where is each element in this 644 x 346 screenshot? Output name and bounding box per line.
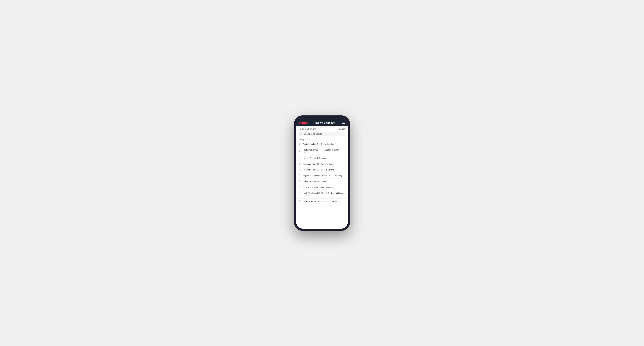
search-bar	[298, 132, 346, 136]
nav-bar: clippd Recent Searches	[296, 120, 348, 126]
course-name: Brent Valley Municipal GC, London	[303, 186, 332, 188]
location-pin-icon	[298, 163, 301, 165]
svg-line-1	[302, 134, 302, 135]
list-item[interactable]: Richmond Park GC - Prince's, Surrey	[296, 161, 348, 167]
list-item[interactable]: Richmond Park GC - Duke's, London	[296, 167, 348, 173]
menu-icon[interactable]	[342, 122, 345, 124]
phone-screen: clippd Recent Searches Find a Golf Cours…	[296, 118, 348, 229]
location-pin-icon	[298, 174, 301, 177]
home-indicator	[296, 225, 348, 229]
location-pin-icon	[298, 200, 301, 203]
search-icon	[300, 133, 303, 135]
course-name: Royal Wimbledon GC, Great London Authori…	[303, 174, 342, 177]
svg-point-2	[300, 143, 300, 144]
main-content: Find a Golf Course Cancel Nearby courses	[296, 126, 348, 225]
svg-point-9	[300, 187, 300, 187]
svg-point-4	[300, 158, 300, 158]
search-container	[296, 132, 348, 138]
list-item[interactable]: Royal Wimbledon GC, Great London Authori…	[296, 173, 348, 178]
svg-point-6	[300, 169, 300, 170]
find-header: Find a Golf Course Cancel	[296, 126, 348, 132]
location-pin-icon	[298, 157, 301, 160]
list-item[interactable]: Central London Golf Centre, London	[296, 141, 348, 147]
courses-list: Central London Golf Centre, London Roeha…	[296, 141, 348, 225]
search-input[interactable]	[304, 133, 344, 135]
location-pin-icon	[298, 143, 301, 145]
course-name: Richmond Park GC - Prince's, Surrey	[303, 163, 334, 165]
list-item[interactable]: Brent Valley Municipal GC, London	[296, 184, 348, 190]
list-item[interactable]: London Scottish GC, London	[296, 155, 348, 161]
course-name: Dukes Meadows GC, London	[303, 180, 328, 183]
nearby-section-label: Nearby courses	[296, 138, 348, 141]
svg-point-3	[300, 151, 300, 151]
svg-point-5	[300, 163, 300, 164]
find-title: Find a Golf Course	[298, 128, 316, 130]
course-name: Richmond Park GC - Duke's, London	[303, 169, 334, 171]
course-name: Coombe Hill GC, Kingston upon Thames	[303, 200, 338, 203]
course-name: North Middlesex GC (1011942 - North Midd…	[303, 192, 346, 197]
status-bar	[296, 118, 348, 120]
svg-point-11	[300, 201, 300, 201]
phone-frame: clippd Recent Searches Find a Golf Cours…	[294, 115, 350, 231]
location-pin-icon	[298, 193, 301, 195]
location-pin-icon	[298, 186, 301, 188]
list-item[interactable]: Dukes Meadows GC, London	[296, 179, 348, 184]
svg-point-8	[300, 181, 300, 181]
list-item[interactable]: Coombe Hill GC, Kingston upon Thames	[296, 199, 348, 204]
course-name: Roehampton Club - Roehampton, Greater Lo…	[303, 149, 346, 154]
location-pin-icon	[298, 180, 301, 183]
location-pin-icon	[298, 169, 301, 171]
list-item[interactable]: North Middlesex GC (1011942 - North Midd…	[296, 190, 348, 199]
home-bar	[315, 227, 329, 227]
location-pin-icon	[298, 150, 301, 152]
list-item[interactable]: Roehampton Club - Roehampton, Greater Lo…	[296, 147, 348, 156]
course-name: Central London Golf Centre, London	[303, 143, 334, 145]
course-name: London Scottish GC, London	[303, 157, 328, 159]
nav-title: Recent Searches	[315, 121, 335, 124]
app-logo: clippd	[299, 121, 308, 125]
cancel-button[interactable]: Cancel	[339, 128, 346, 130]
svg-point-7	[300, 175, 300, 175]
svg-point-10	[300, 194, 300, 194]
